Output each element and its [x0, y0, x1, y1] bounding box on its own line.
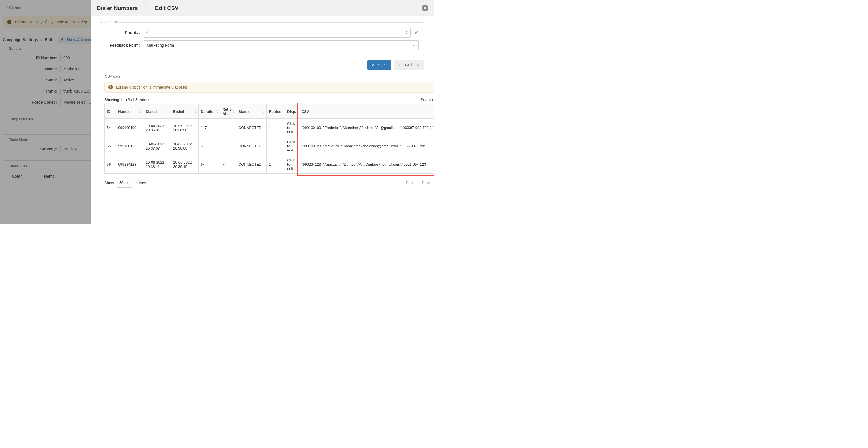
save-button[interactable]: ✔ Save: [367, 60, 391, 70]
table-row: 5599910012310-06-2022 20:37:0710-06-2022…: [104, 137, 434, 155]
cell-retry-after: ~: [220, 155, 236, 174]
csv-data-legend: CSV data: [103, 74, 122, 78]
caret-down-icon: ▼: [126, 182, 129, 185]
cell-retries: 1: [267, 137, 285, 155]
close-button[interactable]: [422, 5, 428, 11]
cell-number: 999234123: [116, 155, 144, 174]
info-text: Editing disposition is immediately appli…: [116, 85, 187, 90]
close-icon: [424, 6, 427, 10]
spinner-up-icon[interactable]: ▲: [406, 31, 408, 33]
table-row: 5699923412310-06-2022 20:38:1110-06-2022…: [104, 155, 434, 174]
cell-ended: 10-06-2022 20:39:15: [171, 155, 198, 174]
col-retry-after[interactable]: Retry After▲▼: [220, 104, 236, 119]
cell-retries: 1: [267, 155, 285, 174]
col-duration[interactable]: Duration▲▼: [198, 104, 220, 119]
check-icon: ✔: [372, 63, 375, 67]
cell-dialed: 10-06-2022 20:37:07: [144, 137, 171, 155]
cell-id: 55: [104, 137, 116, 155]
info-banner: ! Editing disposition is immediately app…: [104, 82, 434, 93]
caret-down-icon: ▼: [412, 44, 415, 47]
cell-retries: 1: [267, 119, 285, 137]
cell-status: CONNECTED: [236, 137, 266, 155]
info-icon: !: [108, 85, 113, 90]
spinner-down-icon[interactable]: ▼: [406, 33, 408, 34]
cell-duration: 117: [198, 119, 220, 137]
valid-check-icon: ✔: [414, 29, 419, 36]
breadcrumb-dialer-numbers[interactable]: Dialer Numbers: [97, 5, 143, 11]
cell-dialed: 10-06-2022 20:35:01: [144, 119, 171, 137]
cell-ended: 10-06-2022 20:36:58: [171, 119, 198, 137]
table-row: 5499910010010-06-2022 20:35:0110-06-2022…: [104, 119, 434, 137]
cell-duration: 64: [198, 155, 220, 174]
cell-disp[interactable]: Click to edit: [285, 155, 300, 174]
cell-disp[interactable]: Click to edit: [285, 119, 300, 137]
cell-csv[interactable]: "999100123","Maverick","Colon","maveric.…: [299, 137, 434, 155]
page-size-select[interactable]: 50 ▼: [116, 178, 132, 188]
cell-status: CONNECTED: [236, 155, 266, 174]
edit-csv-modal: Dialer Numbers Edit CSV General Priority…: [91, 0, 434, 224]
priority-label: Priority:: [104, 30, 143, 35]
arrow-left-icon: ←: [398, 63, 402, 67]
breadcrumb-edit-csv: Edit CSV: [150, 5, 184, 11]
cell-csv[interactable]: "999100100","Frederick","Valentine","fre…: [299, 119, 434, 137]
showing-entries-text: Showing 1 to 3 of 3 entries: [104, 98, 150, 102]
col-dialed[interactable]: Dialed▲▼: [144, 104, 171, 119]
col-status[interactable]: Status▲▼: [236, 104, 266, 119]
search-label: Search: [421, 98, 433, 102]
cell-retry-after: ~: [220, 119, 236, 137]
col-ended[interactable]: Ended▲▼: [171, 104, 198, 119]
col-number[interactable]: Number▲▼: [116, 104, 144, 119]
cell-csv[interactable]: "999234123","Anastasia","Dunlap","AnaDun…: [299, 155, 434, 174]
cell-duration: 61: [198, 137, 220, 155]
go-back-button[interactable]: ← Go back: [394, 60, 424, 70]
cell-dialed: 10-06-2022 20:38:11: [144, 155, 171, 174]
feedback-form-label: Feedback Form:: [104, 43, 143, 47]
cell-retry-after: ~: [220, 137, 236, 155]
csv-data-table: ID▲▼ Number▲▼ Dialed▲▼ Ended▲▼ Duration▲…: [104, 104, 434, 174]
cell-number: 999100100: [116, 119, 144, 137]
cell-disp[interactable]: Click to edit: [285, 137, 300, 155]
priority-input[interactable]: 0 ▲ ▼: [143, 28, 411, 37]
pager-prev-button[interactable]: Prev: [418, 178, 434, 188]
cell-id: 56: [104, 155, 116, 174]
col-csv[interactable]: CSV: [299, 104, 434, 119]
col-retries[interactable]: Retries▲▼: [267, 104, 285, 119]
feedback-form-select[interactable]: Marketing Form ▼: [143, 40, 419, 50]
cell-id: 54: [104, 119, 116, 137]
show-label: Show: [104, 181, 114, 185]
cell-status: CONNECTED: [236, 119, 266, 137]
chevron-right-icon: [143, 0, 150, 16]
cell-number: 999100123: [116, 137, 144, 155]
pager-first-button[interactable]: First: [402, 178, 418, 188]
cell-ended: 10-06-2022 20:38:08: [171, 137, 198, 155]
col-disp[interactable]: Disp.: [285, 104, 300, 119]
modal-header: Dialer Numbers Edit CSV: [91, 0, 434, 16]
entries-label: entries: [134, 181, 146, 185]
col-id[interactable]: ID▲▼: [104, 104, 116, 119]
modal-general-legend: General: [103, 20, 119, 24]
